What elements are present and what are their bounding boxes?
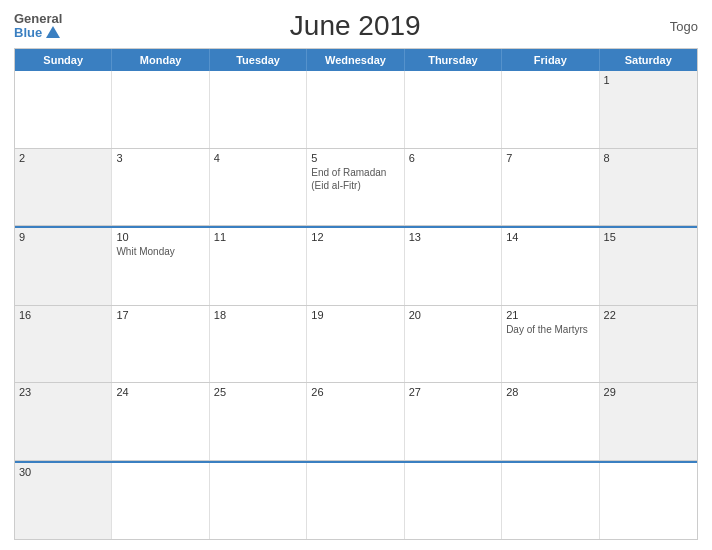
calendar-cell: 19 xyxy=(307,306,404,383)
day-number: 13 xyxy=(409,231,497,243)
day-number: 8 xyxy=(604,152,693,164)
day-number: 7 xyxy=(506,152,594,164)
header: General Blue June 2019 Togo xyxy=(14,10,698,42)
calendar-cell: 5End of Ramadan (Eid al-Fitr) xyxy=(307,149,404,226)
calendar-header: SundayMondayTuesdayWednesdayThursdayFrid… xyxy=(15,49,697,71)
calendar-cell: 15 xyxy=(600,228,697,305)
calendar-cell: 9 xyxy=(15,228,112,305)
day-number: 11 xyxy=(214,231,302,243)
calendar-cell: 1 xyxy=(600,71,697,148)
day-number: 19 xyxy=(311,309,399,321)
calendar: SundayMondayTuesdayWednesdayThursdayFrid… xyxy=(14,48,698,540)
day-number: 28 xyxy=(506,386,594,398)
day-number: 14 xyxy=(506,231,594,243)
calendar-cell: 27 xyxy=(405,383,502,460)
calendar-cell xyxy=(405,71,502,148)
country-label: Togo xyxy=(648,19,698,34)
calendar-cell xyxy=(405,463,502,540)
day-header-monday: Monday xyxy=(112,49,209,71)
calendar-cell: 17 xyxy=(112,306,209,383)
calendar-cell: 23 xyxy=(15,383,112,460)
calendar-cell xyxy=(502,71,599,148)
calendar-cell xyxy=(600,463,697,540)
calendar-cell: 4 xyxy=(210,149,307,226)
day-number: 2 xyxy=(19,152,107,164)
logo-triangle-icon xyxy=(46,26,60,38)
calendar-week-4: 161718192021Day of the Martyrs22 xyxy=(15,306,697,384)
logo-general: General xyxy=(14,12,62,26)
day-header-sunday: Sunday xyxy=(15,49,112,71)
calendar-cell: 20 xyxy=(405,306,502,383)
calendar-cell: 21Day of the Martyrs xyxy=(502,306,599,383)
calendar-cell: 16 xyxy=(15,306,112,383)
logo: General Blue xyxy=(14,12,62,41)
calendar-week-3: 910Whit Monday1112131415 xyxy=(15,226,697,306)
calendar-cell xyxy=(307,463,404,540)
calendar-cell: 6 xyxy=(405,149,502,226)
calendar-week-6: 30 xyxy=(15,461,697,540)
calendar-cell xyxy=(112,463,209,540)
day-number: 18 xyxy=(214,309,302,321)
day-number: 10 xyxy=(116,231,204,243)
day-number: 26 xyxy=(311,386,399,398)
calendar-cell: 10Whit Monday xyxy=(112,228,209,305)
day-number: 4 xyxy=(214,152,302,164)
day-number: 29 xyxy=(604,386,693,398)
calendar-cell xyxy=(307,71,404,148)
calendar-week-2: 2345End of Ramadan (Eid al-Fitr)678 xyxy=(15,149,697,227)
calendar-body: 12345End of Ramadan (Eid al-Fitr)678910W… xyxy=(15,71,697,539)
page: General Blue June 2019 Togo SundayMonday… xyxy=(0,0,712,550)
calendar-cell xyxy=(210,463,307,540)
day-number: 1 xyxy=(604,74,693,86)
calendar-week-5: 23242526272829 xyxy=(15,383,697,461)
day-number: 24 xyxy=(116,386,204,398)
calendar-cell: 25 xyxy=(210,383,307,460)
day-number: 3 xyxy=(116,152,204,164)
calendar-cell: 7 xyxy=(502,149,599,226)
calendar-cell: 26 xyxy=(307,383,404,460)
calendar-week-1: 1 xyxy=(15,71,697,149)
calendar-cell: 13 xyxy=(405,228,502,305)
calendar-cell xyxy=(502,463,599,540)
day-number: 21 xyxy=(506,309,594,321)
day-number: 5 xyxy=(311,152,399,164)
day-number: 30 xyxy=(19,466,107,478)
day-number: 17 xyxy=(116,309,204,321)
calendar-cell: 12 xyxy=(307,228,404,305)
calendar-cell: 29 xyxy=(600,383,697,460)
day-number: 15 xyxy=(604,231,693,243)
calendar-cell: 24 xyxy=(112,383,209,460)
day-number: 22 xyxy=(604,309,693,321)
day-number: 20 xyxy=(409,309,497,321)
day-number: 6 xyxy=(409,152,497,164)
calendar-cell: 28 xyxy=(502,383,599,460)
calendar-cell xyxy=(15,71,112,148)
day-header-wednesday: Wednesday xyxy=(307,49,404,71)
logo-blue: Blue xyxy=(14,26,42,40)
day-header-tuesday: Tuesday xyxy=(210,49,307,71)
day-number: 23 xyxy=(19,386,107,398)
day-number: 9 xyxy=(19,231,107,243)
day-number: 27 xyxy=(409,386,497,398)
month-title: June 2019 xyxy=(62,10,648,42)
calendar-cell: 18 xyxy=(210,306,307,383)
holiday-label: Day of the Martyrs xyxy=(506,323,594,336)
holiday-label: Whit Monday xyxy=(116,245,204,258)
day-header-thursday: Thursday xyxy=(405,49,502,71)
calendar-cell xyxy=(210,71,307,148)
calendar-cell: 14 xyxy=(502,228,599,305)
day-header-saturday: Saturday xyxy=(600,49,697,71)
calendar-cell xyxy=(112,71,209,148)
calendar-cell: 2 xyxy=(15,149,112,226)
calendar-cell: 22 xyxy=(600,306,697,383)
day-header-friday: Friday xyxy=(502,49,599,71)
day-number: 25 xyxy=(214,386,302,398)
calendar-cell: 11 xyxy=(210,228,307,305)
calendar-cell: 3 xyxy=(112,149,209,226)
calendar-cell: 8 xyxy=(600,149,697,226)
day-number: 16 xyxy=(19,309,107,321)
calendar-cell: 30 xyxy=(15,463,112,540)
day-number: 12 xyxy=(311,231,399,243)
holiday-label: End of Ramadan (Eid al-Fitr) xyxy=(311,166,399,192)
